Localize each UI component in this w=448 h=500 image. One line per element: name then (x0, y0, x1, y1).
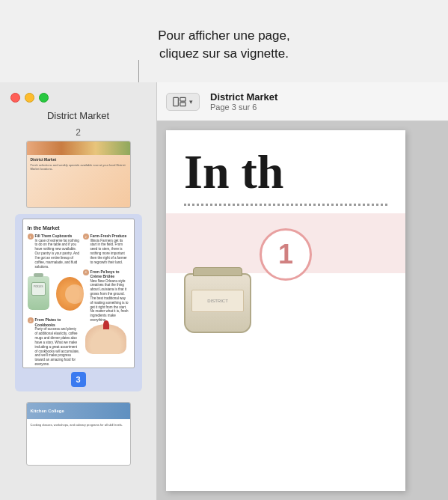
thumb-3-body: 1 Fill Them Cupboards In case of extreme… (28, 234, 129, 368)
tooltip-line2: cliquez sur sa vignette. (159, 46, 289, 61)
tooltip-line1: Pour afficher une page, (158, 28, 289, 43)
thumb-illustrations-row1: PICKLES (28, 273, 80, 313)
page-thumb-2[interactable]: District Market Fresh selections and wee… (26, 141, 131, 208)
orange-illustration (56, 277, 84, 311)
thumb-item-2-desc: Illinois Farmers get its start in the fi… (90, 239, 129, 265)
sidebar-doc-title: District Market (47, 110, 109, 121)
chevron-down-icon: ▾ (189, 98, 193, 106)
doc-pink-section: 1 (166, 213, 405, 273)
tooltip-pointer-line (138, 60, 139, 82)
thumb-4-title: Kitchen College (31, 409, 64, 413)
thumb-3-left-col: 1 Fill Them Cupboards In case of extreme… (28, 234, 80, 368)
thumb-item-4-desc: New New Orleans-style creatives that the… (90, 279, 129, 323)
doc-badge-number: 1 (278, 239, 293, 270)
tooltip-area: Pour afficher une page, cliquez sur sa v… (0, 0, 448, 82)
thumb-item-1-desc: In case of extreme fat nothing to do on … (35, 239, 80, 269)
sidebar: District Market 2 District Market Fresh … (0, 82, 157, 500)
view-toggle-button[interactable]: ▾ (166, 93, 200, 111)
jar-illustration: PICKLES (28, 276, 49, 310)
minimize-button[interactable] (25, 93, 34, 103)
doc-jar-lid (193, 267, 242, 276)
svg-rect-1 (180, 97, 185, 101)
header-doc-name: District Market (210, 91, 277, 103)
thumb-3-right-col: 2 Farm-Fresh Produce Illinois Farmers ge… (83, 234, 129, 368)
zoom-button[interactable] (39, 93, 49, 103)
doc-jar-large: DISTRICT (184, 273, 251, 333)
dessert-garnish (103, 320, 109, 329)
layout-icon (173, 97, 186, 107)
doc-preview: In th 1 DISTRICT (157, 121, 448, 500)
thumb-item-2-num: 2 (83, 234, 89, 240)
page-thumb-3[interactable]: In the Market 1 Fill Them Cupboards In c… (22, 219, 135, 368)
thumb-item-2: 2 Farm-Fresh Produce Illinois Farmers ge… (83, 234, 129, 265)
thumb-4-header: Kitchen College (27, 403, 130, 419)
thumb-item-3-desc: Party-of-success and plenty of additiona… (35, 327, 80, 367)
doc-jar-area: DISTRICT (184, 273, 387, 333)
thumb-item-3: 3 From Plates to Cookbooks Party-of-succ… (28, 317, 80, 367)
svg-rect-0 (174, 97, 179, 106)
page-2-label: 2 (76, 127, 81, 138)
dessert-illustration (85, 324, 126, 354)
thumb-2-content: District Market Fresh selections and wee… (27, 155, 130, 173)
thumb-3-inner: In the Market 1 Fill Them Cupboards In c… (23, 219, 134, 368)
thumb-item-4-num: 4 (83, 269, 89, 275)
thumb-4-content: Cooking classes, workshops, and culinary… (27, 419, 130, 430)
tooltip-text: Pour afficher une page, cliquez sur sa v… (158, 27, 289, 63)
thumb-item-3-num: 3 (28, 317, 34, 323)
thumb-3-title: In the Market (28, 225, 129, 231)
header-bar: ▾ District Market Page 3 sur 6 (157, 82, 448, 121)
thumb-item-3-title: From Plates to Cookbooks (35, 317, 80, 327)
close-button[interactable] (10, 93, 20, 103)
page-thumb-4[interactable]: Kitchen College Cooking classes, worksho… (26, 402, 131, 466)
thumb-item-4-title: From Pa'boys to Crème Brûlée (90, 269, 129, 279)
thumb-item-4: 4 From Pa'boys to Crème Brûlée New New O… (83, 269, 129, 323)
page-thumb-2-wrapper[interactable]: 2 District Market Fresh selections and w… (0, 127, 156, 211)
doc-page-divider (184, 204, 387, 206)
content-panel: ▾ District Market Page 3 sur 6 In th 1 (157, 82, 448, 500)
doc-jar-label: DISTRICT (191, 290, 244, 312)
doc-page: In th 1 DISTRICT (166, 130, 405, 491)
svg-rect-2 (180, 102, 185, 106)
thumb-item-2-title: Farm-Fresh Produce (90, 234, 129, 239)
window-controls (0, 85, 59, 110)
thumb-2-image-strip (27, 141, 130, 155)
thumb-item-1: 1 Fill Them Cupboards In case of extreme… (28, 234, 80, 269)
page-thumb-4-wrapper[interactable]: Kitchen College Cooking classes, worksho… (0, 394, 156, 466)
header-page-info: Page 3 sur 6 (210, 103, 277, 112)
header-title-area: District Market Page 3 sur 6 (210, 91, 277, 112)
main-area: District Market 2 District Market Fresh … (0, 82, 448, 500)
page-3-badge: 3 (71, 372, 86, 387)
thumb-item-1-num: 1 (28, 234, 34, 240)
doc-page-main-title: In th (184, 148, 387, 196)
page-thumb-3-selected-wrapper[interactable]: In the Market 1 Fill Them Cupboards In c… (15, 214, 142, 391)
